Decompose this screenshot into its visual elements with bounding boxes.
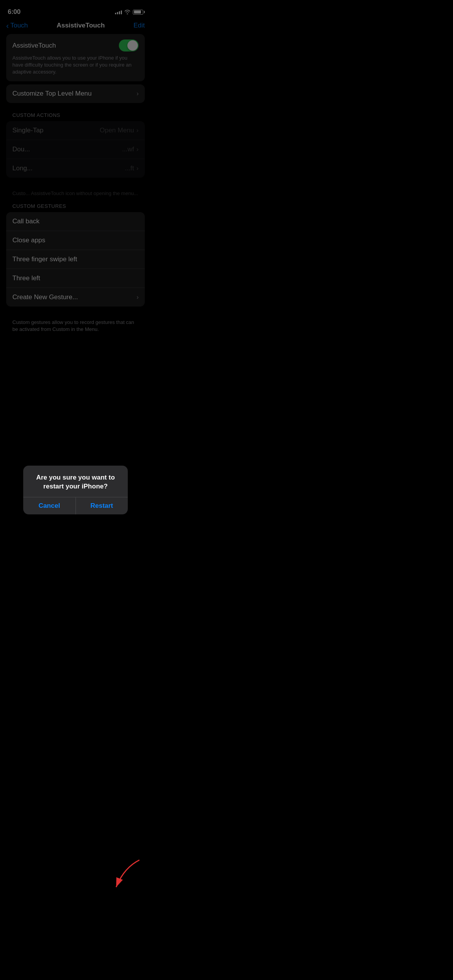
- modal-backdrop: Are you sure you want to restart your iP…: [0, 0, 151, 339]
